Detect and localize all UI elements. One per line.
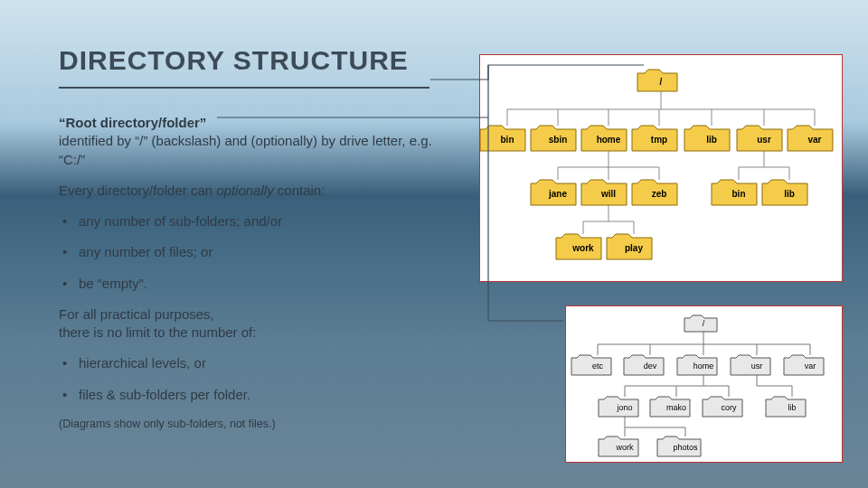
footnote: (Diagrams show only sub-folders, not fil… bbox=[59, 417, 448, 432]
svg-text:sbin: sbin bbox=[549, 135, 568, 145]
svg-text:var: var bbox=[805, 361, 816, 371]
svg-text:work: work bbox=[571, 243, 594, 253]
svg-text:jono: jono bbox=[616, 403, 632, 412]
svg-text:usr: usr bbox=[757, 135, 771, 145]
folder-root: / bbox=[637, 70, 677, 91]
svg-text:dev: dev bbox=[644, 361, 657, 371]
svg-text:cory: cory bbox=[721, 403, 737, 412]
svg-text:home: home bbox=[597, 135, 621, 145]
root-folder-bold: “Root directory/folder” bbox=[59, 115, 206, 130]
para-root-folder: “Root directory/folder” identified by “/… bbox=[59, 114, 448, 169]
body-text: “Root directory/folder” identified by “/… bbox=[59, 114, 448, 432]
svg-text:bin: bin bbox=[501, 135, 514, 145]
svg-text:var: var bbox=[807, 135, 821, 145]
svg-text:work: work bbox=[615, 443, 634, 452]
para-optionally-contain: Every directory/folder can optionally co… bbox=[59, 182, 448, 200]
svg-text:tmp: tmp bbox=[651, 135, 667, 145]
svg-text:photos: photos bbox=[673, 443, 698, 452]
list-item: hierarchical levels, or bbox=[59, 354, 448, 372]
svg-text:home: home bbox=[693, 361, 714, 371]
list-contain: any number of sub-folders; and/or any nu… bbox=[59, 212, 448, 293]
list-limits: hierarchical levels, or files & sub-fold… bbox=[59, 354, 448, 404]
svg-text:etc: etc bbox=[592, 361, 604, 371]
svg-text:usr: usr bbox=[751, 361, 763, 371]
svg-text:lib: lib bbox=[784, 189, 795, 199]
diagram-yellow-tree: / bin sbin home tmp lib usr var jane wil… bbox=[479, 54, 843, 282]
svg-text:jane: jane bbox=[548, 189, 567, 199]
svg-text:/: / bbox=[660, 77, 663, 87]
svg-text:zeb: zeb bbox=[652, 189, 667, 199]
list-item: be “empty”. bbox=[59, 275, 448, 293]
svg-text:play: play bbox=[625, 243, 643, 253]
list-item: any number of sub-folders; and/or bbox=[59, 212, 448, 230]
svg-text:will: will bbox=[600, 189, 616, 199]
folder-l1: bin bbox=[480, 126, 525, 151]
svg-text:lib: lib bbox=[788, 403, 796, 412]
svg-text:bin: bin bbox=[732, 189, 746, 199]
root-folder-desc: identified by “/” (backslash) and (optio… bbox=[59, 133, 432, 166]
slide: DIRECTORY STRUCTURE “Root directory/fold… bbox=[0, 0, 868, 488]
list-item: files & sub-folders per folder. bbox=[59, 386, 448, 404]
list-item: any number of files; or bbox=[59, 243, 448, 261]
title-underline bbox=[59, 87, 429, 89]
diagram-gray-tree: / etc dev home usr var jono mako cory li… bbox=[565, 305, 843, 463]
svg-text:mako: mako bbox=[666, 403, 686, 412]
svg-text:lib: lib bbox=[706, 135, 717, 145]
para-no-limit: For all practical purposes, there is no … bbox=[59, 305, 448, 343]
